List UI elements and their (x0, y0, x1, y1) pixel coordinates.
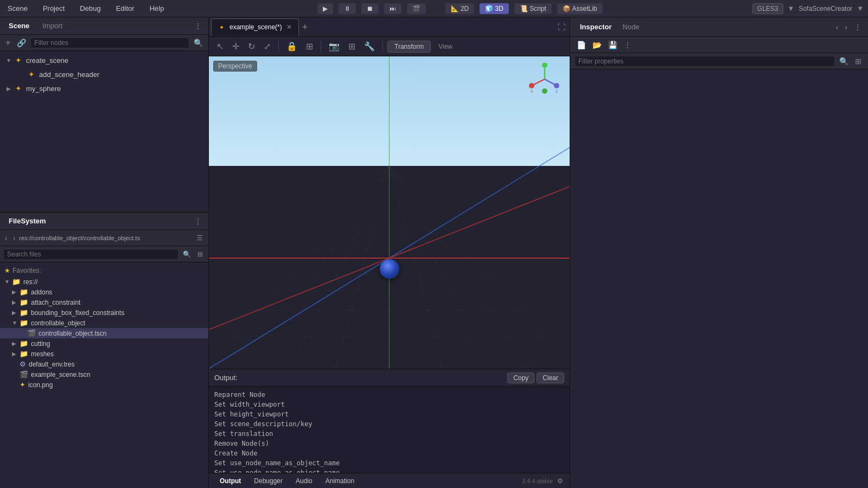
my-sphere-eye-icon[interactable]: 👁 (196, 85, 204, 93)
lock-button[interactable]: 🔒 (283, 40, 301, 53)
tab-add-button[interactable]: + (299, 22, 311, 32)
output-clear-button[interactable]: Clear (537, 373, 564, 383)
3d-button[interactable]: 🧊 3D (480, 3, 509, 14)
fs-label-bounding-box: bounding_box_fixed_constraints (31, 309, 124, 317)
footer-tab-audio[interactable]: Audio (289, 476, 319, 486)
fs-label-co-tscn: controllable_object.tscn (39, 330, 106, 337)
assetlib-button[interactable]: 📦 AssetLib (557, 3, 603, 14)
menu-item-debug[interactable]: Debug (76, 3, 104, 14)
inspector-history-next[interactable]: › (843, 22, 850, 33)
fs-item-res[interactable]: ▼ 📁 res:// (0, 277, 208, 287)
inspector-more-button[interactable]: ⋮ (852, 22, 864, 33)
menu-item-scene[interactable]: Scene (4, 3, 31, 14)
filter-nodes-input[interactable] (30, 37, 189, 48)
fs-item-controllable-object[interactable]: ▼ 📁 controllable_object (0, 318, 208, 328)
footer-tab-animation[interactable]: Animation (319, 476, 361, 486)
step-button[interactable]: ⏭ (384, 3, 401, 14)
fs-item-addons[interactable]: ▶ 📁 addons (0, 287, 208, 297)
editor-tab-example-scene[interactable]: 🔸 example_scene(*) ✕ (211, 18, 299, 36)
grid-button[interactable]: ⊞ (345, 40, 359, 53)
tab-import[interactable]: Import (38, 21, 67, 31)
play-button[interactable]: ▶ (317, 3, 333, 14)
fs-expand-meshes: ▶ (12, 351, 20, 357)
fs-tree: ★ Favorites: ▼ 📁 res:// ▶ 📁 addons ▶ (0, 262, 208, 488)
pause-button[interactable]: ⏸ (339, 3, 356, 14)
tree-item-my-sphere[interactable]: ▶ ✦ my_sphere 📌 👁 (0, 81, 208, 95)
scene-action-icon-1[interactable]: 📋 (194, 56, 204, 65)
scene-more-button[interactable]: ⋮ (192, 21, 204, 31)
viewport-gizmo[interactable]: Y X Z (528, 63, 561, 95)
tab-node[interactable]: Node (617, 21, 645, 33)
fs-layout-button[interactable]: ☰ (195, 233, 205, 243)
fs-item-attach-constraint[interactable]: ▶ 📁 attach_constraint (0, 297, 208, 307)
tab-inspector[interactable]: Inspector (575, 21, 617, 33)
output-line-9: Set use_node_name_as_object_name (214, 468, 564, 473)
fs-expand-res: ▼ (4, 279, 12, 285)
menu-item-editor[interactable]: Editor (113, 3, 138, 14)
select-tool-button[interactable]: ↖ (213, 40, 227, 53)
group-button[interactable]: ⊞ (303, 40, 316, 53)
fs-item-icon-png[interactable]: ✦ icon.png (0, 380, 208, 390)
tree-item-add-scene-header[interactable]: ✦ add_scene_header (0, 67, 208, 81)
scale-tool-button[interactable]: ⤢ (260, 40, 274, 53)
perspective-label[interactable]: Perspective (213, 61, 257, 72)
output-footer-tabs: Output Debugger Audio Animation 3.4.4.st… (209, 473, 570, 488)
fs-item-bounding-box[interactable]: ▶ 📁 bounding_box_fixed_constraints (0, 307, 208, 318)
transform-button[interactable]: Transform (387, 41, 431, 53)
fs-header-actions: ⋮ (192, 216, 204, 227)
scene-tree: ▼ ✦ create_scene 📋 ✦ add_scene_header ▶ (0, 51, 208, 212)
2d-button[interactable]: 📐 2D (445, 3, 475, 14)
tree-item-create-scene[interactable]: ▼ ✦ create_scene 📋 (0, 53, 208, 67)
search-nodes-button[interactable]: 🔍 (192, 37, 205, 48)
stop-button[interactable]: ⏹ (361, 3, 379, 14)
favorites-label: Favorites: (12, 267, 41, 274)
menu-item-help[interactable]: Help (146, 3, 168, 14)
output-label: Output: (214, 374, 507, 382)
menu-bar-right: GLES3 ▼ SofaSceneCreator ▼ (752, 3, 864, 14)
svg-point-26 (529, 83, 534, 88)
fs-more-button[interactable]: ⋮ (192, 216, 204, 227)
inspector-more-actions-button[interactable]: ⋮ (622, 40, 634, 50)
folder-icon-addons: 📁 (20, 288, 28, 296)
fs-item-example-scene[interactable]: 🎬 example_scene.tscn (0, 369, 208, 380)
fs-filter-button[interactable]: ⊞ (195, 249, 205, 259)
move-tool-button[interactable]: ✛ (229, 40, 242, 53)
inspector-add-script-button[interactable]: 📄 (575, 40, 588, 50)
fs-item-cutting[interactable]: ▶ 📁 cutting (0, 338, 208, 349)
inspector-save-button[interactable]: 💾 (606, 40, 620, 50)
inspector-history-prev[interactable]: ‹ (834, 22, 841, 33)
inspector-filter-button[interactable]: ⊞ (853, 56, 864, 67)
tool-extra-button[interactable]: 🔧 (361, 40, 378, 53)
fs-forward-button[interactable]: › (11, 233, 17, 243)
viewport-fullscreen-button[interactable]: ⛶ (556, 22, 567, 33)
viewport[interactable]: Perspective Y (209, 56, 570, 369)
filter-properties-input[interactable] (575, 56, 835, 67)
fs-search-button[interactable]: 🔍 (181, 249, 193, 259)
fs-item-default-env[interactable]: ⚙ default_env.tres (0, 359, 208, 369)
menu-item-project[interactable]: Project (40, 3, 68, 14)
fs-back-button[interactable]: ‹ (3, 233, 9, 243)
output-copy-button[interactable]: Copy (507, 373, 534, 383)
svg-point-28 (554, 83, 559, 88)
camera-button[interactable]: 📷 (326, 40, 343, 53)
fs-item-meshes[interactable]: ▶ 📁 meshes (0, 349, 208, 359)
link-button[interactable]: 🔗 (15, 37, 28, 48)
fs-item-controllable-object-tscn[interactable]: 🎬 controllable_object.tscn (0, 328, 208, 338)
inspector-open-folder-button[interactable]: 📂 (590, 40, 604, 50)
tab-close-example-scene[interactable]: ✕ (285, 23, 293, 31)
script-button[interactable]: 📜 Script (514, 3, 552, 14)
node-icon-add-scene-header: ✦ (26, 69, 37, 80)
footer-tab-output[interactable]: Output (213, 476, 247, 486)
my-sphere-pin-icon[interactable]: 📌 (185, 85, 195, 93)
tab-scene[interactable]: Scene (4, 21, 34, 31)
footer-tab-debugger[interactable]: Debugger (247, 476, 289, 486)
output-settings-button[interactable]: ⚙ (555, 476, 565, 486)
tab-filesystem[interactable]: FileSystem (4, 216, 50, 226)
movie-button[interactable]: 🎬 (407, 3, 426, 14)
rotate-tool-button[interactable]: ↻ (245, 40, 258, 53)
tree-label-my-sphere: my_sphere (26, 85, 185, 93)
inspector-search-button[interactable]: 🔍 (837, 56, 851, 67)
view-button[interactable]: View (433, 41, 458, 52)
fs-search-input[interactable] (3, 249, 178, 260)
add-node-button[interactable]: + (3, 37, 12, 49)
